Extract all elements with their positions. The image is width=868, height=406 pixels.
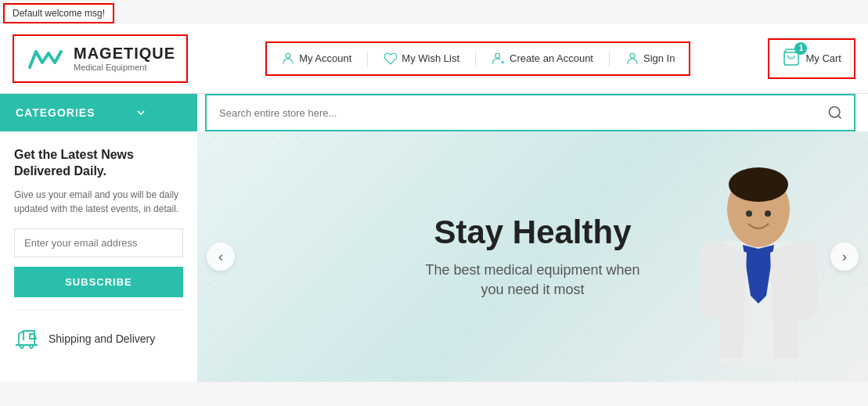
hero-subtitle: The best medical equipment whenyou need … [425,260,639,300]
logo-area[interactable]: MAGETIQUE Medical Equipment [13,34,188,83]
sign-in-link[interactable]: Sign In [625,52,675,66]
brand-tagline: Medical Equipment [74,63,175,72]
svg-point-13 [765,210,771,217]
nav-bar: CATEGORIES [0,94,868,131]
welcome-bar: Default welcome msg! [3,3,114,23]
my-account-link[interactable]: My Account [281,52,351,66]
cart-badge: 1 [794,42,807,55]
newsletter-title: Get the Latest News Delivered Daily. [14,147,183,180]
newsletter-description: Give us your email and you will be daily… [14,188,183,216]
create-account-label: Create an Account [510,52,593,64]
svg-point-3 [630,53,635,58]
slider-prev-button[interactable]: ‹ [207,243,235,271]
categories-button[interactable]: CATEGORIES [0,94,197,131]
user-icon [281,52,295,66]
main-content: Get the Latest News Delivered Daily. Giv… [0,131,868,382]
nav-divider-1 [367,51,368,66]
logo-icon [25,42,66,75]
cart-icon-wrap: 1 [782,48,801,70]
svg-point-9 [729,167,788,202]
cart-label: My Cart [805,52,841,64]
wish-list-link[interactable]: My Wish List [384,52,459,66]
my-account-label: My Account [299,52,351,64]
svg-point-5 [830,107,840,117]
categories-label: CATEGORIES [16,106,95,119]
heart-icon [384,52,398,66]
nav-divider-2 [475,51,476,66]
svg-rect-11 [794,241,817,319]
search-icon [827,105,843,120]
header: MAGETIQUE Medical Equipment My Account M… [0,23,868,94]
hero-title: Stay Healthy [425,214,639,251]
create-account-icon [492,52,506,66]
sidebar: Get the Latest News Delivered Daily. Giv… [0,131,197,382]
hero-content: Stay Healthy The best medical equipment … [425,214,639,300]
shipping-icon [14,326,39,351]
search-input[interactable] [207,107,816,119]
newsletter-box: Get the Latest News Delivered Daily. Giv… [14,147,183,297]
search-bar [205,94,855,131]
svg-point-12 [746,210,752,217]
shipping-label: Shipping and Delivery [49,332,155,345]
svg-rect-10 [700,241,723,319]
subscribe-button[interactable]: SUBSCRIBE [14,267,183,297]
doctor-figure [665,139,852,382]
svg-line-6 [838,116,841,119]
sign-in-icon [625,52,639,66]
search-button[interactable] [816,105,854,120]
cart-area[interactable]: 1 My Cart [768,38,855,79]
email-input[interactable] [14,228,183,257]
create-account-link[interactable]: Create an Account [492,52,593,66]
slider-next-button[interactable]: › [830,243,859,271]
shipping-item: Shipping and Delivery [14,310,183,351]
svg-point-2 [495,53,500,58]
chevron-down-icon [135,106,147,119]
svg-point-1 [286,53,290,58]
brand-name: MAGETIQUE [74,45,175,63]
logo-text: MAGETIQUE Medical Equipment [74,45,175,72]
sign-in-label: Sign In [643,52,675,64]
wish-list-label: My Wish List [402,52,459,64]
nav-divider-3 [609,51,610,66]
nav-links: My Account My Wish List Create an Accoun… [265,41,690,76]
hero-slider: Stay Healthy The best medical equipment … [197,131,868,382]
